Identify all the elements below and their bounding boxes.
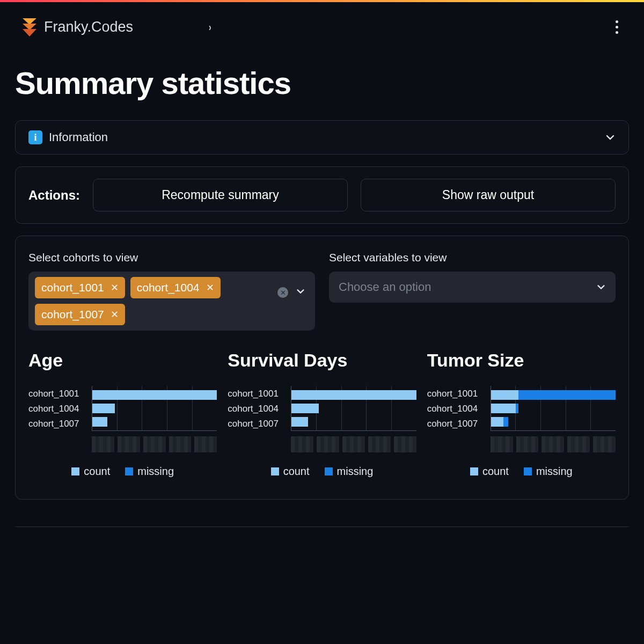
chart-ylabel: cohort_1007	[28, 419, 87, 428]
chart-ylabel: cohort_1007	[228, 419, 287, 428]
cohort-tag-label: cohort_1004	[137, 281, 200, 294]
page-title: Summary statistics	[15, 65, 629, 101]
chart-title: Survival Days	[228, 350, 416, 371]
chart-legend: countmissing	[28, 465, 217, 478]
page-body: Summary statistics i Information Actions…	[0, 43, 644, 500]
legend-swatch	[125, 467, 133, 475]
legend-item: missing	[325, 465, 374, 478]
cohort-tag-label: cohort_1001	[41, 281, 104, 294]
chart-legend: countmissing	[228, 465, 416, 478]
chart-ylabel: cohort_1001	[427, 389, 486, 398]
chart-panel: Agecohort_1001cohort_1004cohort_1007coun…	[28, 350, 217, 478]
chart-ylabel: cohort_1001	[28, 389, 87, 398]
cohort-tag: cohort_1007✕	[35, 304, 125, 325]
chart-panel: Tumor Sizecohort_1001cohort_1004cohort_1…	[427, 350, 616, 478]
chart-ylabel: cohort_1004	[28, 404, 87, 413]
remove-tag-icon[interactable]: ✕	[206, 282, 214, 294]
info-label: Information	[49, 130, 108, 144]
variable-filter-label: Select variables to view	[329, 251, 616, 264]
variable-select[interactable]: Choose an option	[329, 272, 616, 303]
clear-all-icon[interactable]: ✕	[277, 287, 288, 298]
chevron-down-icon[interactable]	[296, 287, 305, 298]
chart-title: Tumor Size	[427, 350, 616, 371]
chart-bar	[491, 417, 616, 427]
chart-ylabel: cohort_1004	[228, 404, 287, 413]
legend-label: missing	[337, 465, 374, 478]
info-icon: i	[28, 130, 42, 144]
chart-plot	[491, 386, 616, 431]
actions-card: Actions: Recompute summary Show raw outp…	[15, 166, 629, 224]
show-raw-output-button[interactable]: Show raw output	[361, 179, 616, 211]
overflow-menu-button[interactable]	[611, 16, 623, 38]
legend-swatch	[325, 467, 333, 475]
x-axis-ticks	[291, 436, 416, 452]
chart-plot	[92, 386, 217, 431]
remove-tag-icon[interactable]: ✕	[111, 309, 119, 320]
chevron-down-icon	[596, 282, 606, 292]
legend-label: count	[482, 465, 509, 478]
x-axis-ticks	[92, 436, 217, 452]
chart-ylabel: cohort_1004	[427, 404, 486, 413]
legend-label: missing	[137, 465, 174, 478]
chart-bar	[291, 417, 416, 427]
brand-name: Franky.Codes	[44, 19, 133, 35]
remove-tag-icon[interactable]: ✕	[111, 282, 119, 294]
svg-marker-2	[23, 29, 36, 36]
logo-icon	[21, 18, 38, 36]
chart-bar	[291, 404, 416, 413]
app-header: Franky.Codes ›	[0, 0, 644, 43]
legend-label: missing	[536, 465, 573, 478]
chart-bar	[92, 390, 217, 400]
filters-card: Select cohorts to view cohort_1001✕cohor…	[15, 236, 629, 500]
chevron-right-icon[interactable]: ›	[209, 21, 211, 33]
chart-bar	[92, 404, 217, 413]
chevron-down-icon	[605, 132, 616, 143]
legend-swatch	[470, 467, 478, 475]
cohort-filter-label: Select cohorts to view	[28, 251, 315, 264]
legend-item: count	[71, 465, 110, 478]
chart-ylabel: cohort_1007	[427, 419, 486, 428]
cohort-tag: cohort_1004✕	[130, 277, 221, 298]
legend-label: count	[283, 465, 310, 478]
variable-filter: Select variables to view Choose an optio…	[329, 251, 616, 331]
cohort-tag-label: cohort_1007	[41, 308, 104, 321]
actions-label: Actions:	[28, 188, 80, 203]
cohort-tag: cohort_1001✕	[35, 277, 125, 298]
legend-item: count	[470, 465, 509, 478]
chart-bar	[291, 390, 416, 400]
recompute-summary-button[interactable]: Recompute summary	[93, 179, 348, 211]
legend-swatch	[271, 467, 279, 475]
legend-swatch	[71, 467, 79, 475]
top-gradient-bar	[0, 0, 644, 2]
legend-item: count	[271, 465, 310, 478]
legend-label: count	[84, 465, 110, 478]
chart-bar	[491, 404, 616, 413]
chart-bar	[491, 390, 616, 400]
legend-item: missing	[524, 465, 573, 478]
cohort-filter: Select cohorts to view cohort_1001✕cohor…	[28, 251, 315, 331]
legend-item: missing	[125, 465, 174, 478]
chart-legend: countmissing	[427, 465, 616, 478]
brand-logo[interactable]: Franky.Codes	[21, 18, 133, 36]
chart-title: Age	[28, 350, 217, 371]
x-axis-ticks	[491, 436, 616, 452]
chart-bar	[92, 417, 217, 427]
information-expander[interactable]: i Information	[15, 120, 629, 155]
variable-select-placeholder: Choose an option	[339, 280, 431, 294]
chart-plot	[291, 386, 416, 431]
chart-panel: Survival Dayscohort_1001cohort_1004cohor…	[228, 350, 416, 478]
cohort-multiselect[interactable]: cohort_1001✕cohort_1004✕cohort_1007✕ ✕	[28, 272, 315, 331]
chart-ylabel: cohort_1001	[228, 389, 287, 398]
legend-swatch	[524, 467, 532, 475]
section-divider	[15, 526, 629, 527]
